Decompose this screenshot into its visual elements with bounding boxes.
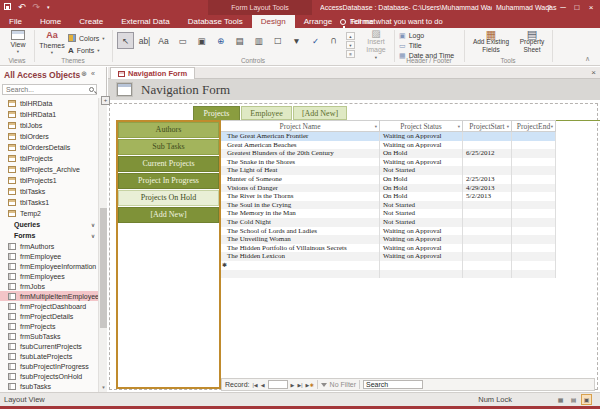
title-button[interactable]: ▭ Title <box>399 41 422 50</box>
tab-control-icon[interactable]: ▣ <box>193 32 210 49</box>
table-row[interactable]: Hunter of Someone On Hold 2/25/2013 <box>221 175 556 184</box>
scrollbar-thumb[interactable] <box>100 208 107 328</box>
vertical-nav-button[interactable]: Authors <box>118 122 219 139</box>
select-pointer-icon[interactable]: ↖ <box>117 32 134 49</box>
gallery-scroll-up-button[interactable]: ▴ <box>346 32 355 40</box>
navigation-control-icon[interactable]: ▥ <box>250 32 267 49</box>
nav-pane-item[interactable]: tblProjects1 <box>0 175 98 186</box>
current-record-box[interactable] <box>268 380 288 389</box>
ribbon-tab[interactable]: Design <box>252 15 295 28</box>
ribbon-tab[interactable]: File <box>0 15 31 28</box>
column-dropdown-icon[interactable]: ▾ <box>458 124 460 129</box>
nav-pane-item[interactable]: frmAuthors <box>0 241 98 251</box>
nav-pane-item[interactable]: fsubProjectsOnHold <box>0 371 98 381</box>
table-row[interactable]: Great American Beaches Waiting on Approv… <box>221 141 556 150</box>
nav-pane-item[interactable]: Forms ∨ <box>0 230 98 241</box>
view-button[interactable]: View ▾ <box>4 30 32 54</box>
tell-me-box[interactable]: Tell me what you want to do <box>340 15 443 28</box>
form-tab-projects[interactable]: Projects <box>193 106 240 120</box>
column-header[interactable]: ProjectEnd ▾ <box>512 121 556 131</box>
ribbon-tab[interactable]: External Data <box>112 15 178 28</box>
new-record-button[interactable]: ▶✱ <box>306 382 314 388</box>
datasheet-view-icon[interactable]: ▦ <box>555 394 566 405</box>
table-row[interactable]: The Light of Heat Not Started <box>221 166 556 175</box>
form-title[interactable]: Navigation Form <box>141 82 230 98</box>
table-row[interactable]: The Memory in the Man Not Started <box>221 209 556 218</box>
nav-pane-item[interactable]: fsubTasks <box>0 381 98 391</box>
nav-pane-item[interactable]: frmProjectDetails <box>0 311 98 321</box>
vertical-nav-button[interactable]: [Add New] <box>118 207 219 224</box>
collapse-ribbon-button[interactable]: ∧ <box>585 55 590 63</box>
themes-button[interactable]: Aa Themes ▾ <box>38 30 66 55</box>
fonts-button[interactable]: A Fonts ▾ <box>68 45 100 55</box>
nav-pane-item[interactable]: frmMultipleItemEmployee <box>0 291 98 301</box>
colors-button[interactable]: Colors ▾ <box>68 33 105 43</box>
nav-pane-item[interactable]: Queries ∨ <box>0 219 98 230</box>
nav-pane-item[interactable]: tblOrders <box>0 131 98 142</box>
hyperlink-icon[interactable]: ⊕ <box>212 32 229 49</box>
label-icon[interactable]: Aa <box>155 32 172 49</box>
close-button[interactable]: × <box>584 0 598 15</box>
nav-pane-item[interactable]: tblHRData1 <box>0 109 98 120</box>
vertical-nav-button[interactable]: Project In Progress <box>118 173 219 190</box>
no-filter-button[interactable]: No Filter <box>330 381 356 388</box>
nav-pane-item[interactable]: tblProjects <box>0 153 98 164</box>
vertical-nav-button[interactable]: Projects On Hold <box>118 190 219 207</box>
text-box-icon[interactable]: ab| <box>136 32 153 49</box>
undo-button[interactable]: ↶ <box>18 0 26 15</box>
option-group-icon[interactable]: ☐ <box>269 32 286 49</box>
ribbon-tab[interactable]: Create <box>70 15 112 28</box>
table-row[interactable]: The River is the Thorns On Hold 5/2/2013 <box>221 192 556 201</box>
table-row[interactable]: ✱ <box>221 261 556 270</box>
ribbon-tab[interactable]: Home <box>31 15 70 28</box>
column-dropdown-icon[interactable]: ▾ <box>375 124 377 129</box>
nav-pane-item[interactable]: frmSubTasks <box>0 331 98 341</box>
nav-pane-item[interactable]: tblOrdersDetails <box>0 142 98 153</box>
last-record-button[interactable]: ▶| <box>297 382 302 388</box>
nav-pane-item[interactable]: frmJobs <box>0 281 98 291</box>
record-search-input[interactable]: Search <box>363 380 423 389</box>
close-document-icon[interactable]: × <box>591 67 596 79</box>
table-row[interactable]: The Snake in the Shores Waiting on Appro… <box>221 158 556 167</box>
table-row[interactable]: The Hidden Portfolio of Villainous Secre… <box>221 244 556 253</box>
first-record-button[interactable]: |◀ <box>253 382 258 388</box>
table-row[interactable]: The Unveiling Woman Waiting on Approval <box>221 235 556 244</box>
table-row[interactable]: Greatest Blunders of the 20th Century On… <box>221 149 556 158</box>
scroll-down-icon[interactable]: ▼ <box>99 383 108 392</box>
nav-pane-item[interactable]: fsubProjectInProgress <box>0 361 98 371</box>
nav-pane-search-input[interactable]: Search... <box>2 84 97 95</box>
table-row[interactable]: The Hidden Lexicon Waiting on Approval <box>221 252 556 261</box>
property-sheet-button[interactable]: ▤ Property Sheet <box>515 30 549 54</box>
column-header[interactable]: Project Name ▾ <box>221 121 380 131</box>
vertical-nav-button[interactable]: Current Projects <box>118 156 219 173</box>
check-box-icon[interactable]: ✓ <box>307 32 324 49</box>
attachment-icon[interactable]: ⊂ <box>326 32 343 49</box>
combo-box-icon[interactable]: ▼ <box>288 32 305 49</box>
nav-pane-item[interactable]: frmEmployees <box>0 271 98 281</box>
nav-pane-title[interactable]: All Access Objects <box>4 70 80 80</box>
nav-pane-item[interactable]: Temp2 <box>0 208 98 219</box>
nav-pane-scrollbar[interactable]: ▲ ▼ <box>98 98 107 392</box>
nav-pane-item[interactable]: tblProjects_Archive <box>0 164 98 175</box>
column-dropdown-icon[interactable]: ▾ <box>551 124 553 129</box>
nav-pane-item[interactable]: fsubCurrentProjects <box>0 341 98 351</box>
nav-pane-item[interactable]: tblTasks <box>0 186 98 197</box>
nav-pane-item[interactable]: tblJobs <box>0 120 98 131</box>
column-dropdown-icon[interactable]: ▾ <box>507 124 509 129</box>
table-row[interactable]: The Soul in the Crying Not Started <box>221 201 556 210</box>
next-record-button[interactable]: ▶ <box>291 382 295 388</box>
form-tab-add-new[interactable]: [Add New] <box>293 106 347 120</box>
nav-pane-item[interactable]: tblHRData <box>0 98 98 109</box>
nav-pane-category-icon[interactable]: ⊛ <box>81 70 87 78</box>
previous-record-button[interactable]: ◀ <box>261 382 265 388</box>
shutter-bar-close-icon[interactable]: « <box>91 70 95 78</box>
nav-pane-item[interactable]: frmProjectDashboard <box>0 301 98 311</box>
maximize-button[interactable]: □ <box>570 0 584 15</box>
form-view-icon[interactable]: ▤ <box>568 394 579 405</box>
vertical-nav-button[interactable]: Sub Tasks <box>118 139 219 156</box>
tab-navigation-form[interactable]: Navigation Form <box>110 67 195 79</box>
table-row[interactable]: The Cold Night Not Started <box>221 218 556 227</box>
redo-button[interactable]: ↷ <box>33 0 41 15</box>
nav-pane-item[interactable]: frmProjects <box>0 321 98 331</box>
web-browser-control-icon[interactable]: ▤ <box>231 32 248 49</box>
